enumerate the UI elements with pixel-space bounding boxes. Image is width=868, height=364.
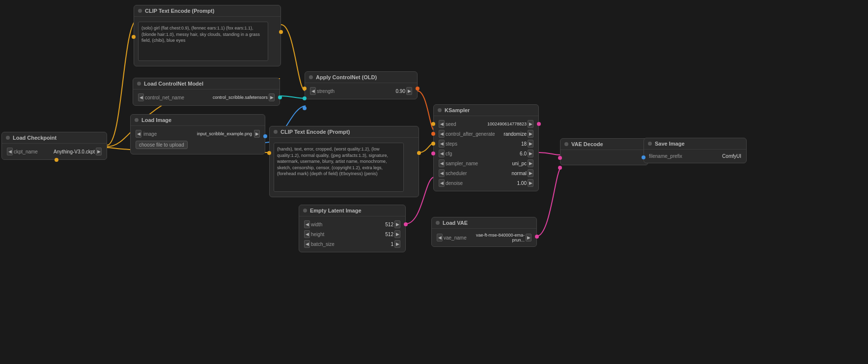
- load-checkpoint-header: Load Checkpoint: [2, 132, 107, 144]
- sampler-prev-btn[interactable]: ◀: [439, 159, 445, 167]
- cfg-row: ◀ cfg 6.0 ▶: [436, 149, 536, 158]
- ksampler-header: KSampler: [434, 105, 538, 116]
- controlnet-next-btn[interactable]: ▶: [269, 93, 275, 101]
- width-prev-btn[interactable]: ◀: [304, 220, 310, 228]
- height-prev-btn[interactable]: ◀: [304, 230, 310, 238]
- strength-label: strength: [317, 89, 390, 94]
- scheduler-prev-btn[interactable]: ◀: [439, 169, 445, 177]
- node-status-dot: [303, 209, 307, 212]
- node-status-dot: [564, 142, 568, 146]
- vaedec-vae-input: [558, 166, 562, 170]
- ckpt-prev-btn[interactable]: ◀: [7, 148, 13, 155]
- cfg-next-btn[interactable]: ▶: [528, 150, 533, 157]
- scheduler-label: scheduler: [446, 171, 510, 176]
- clip1-output-port: [279, 30, 283, 34]
- cfg-prev-btn[interactable]: ◀: [439, 150, 445, 157]
- clip2-output-port: [417, 151, 421, 155]
- vae-name-row: ◀ vae_name vae-ft-mse-840000-ema-prun...…: [434, 232, 534, 243]
- clip-text-1-textarea[interactable]: (solo) girl (flat chest:0.9), (fennec ea…: [138, 22, 268, 61]
- controlnet-value: control_scribble.safetensors: [213, 95, 268, 100]
- load-image-header: Load Image: [131, 115, 265, 126]
- load-checkpoint-node: Load Checkpoint ◀ ckpt_name Anything-V3.…: [1, 132, 107, 160]
- apply-controlnet-title: Apply ControlNet (OLD): [316, 74, 377, 80]
- steps-next-btn[interactable]: ▶: [528, 140, 533, 148]
- apply-controlnet-body: ◀ strength 0.90 ▶: [305, 83, 417, 99]
- ckpt-row: ◀ ckpt_name Anything-V3.0.ckpt ▶: [4, 147, 105, 156]
- seed-value: 1002490614778823: [477, 121, 527, 126]
- controlnet-prev-btn[interactable]: ◀: [138, 93, 144, 101]
- clip-text-2-body: (hands), text, error, cropped, (worst qu…: [270, 138, 419, 197]
- control-value: randomize: [504, 131, 527, 137]
- node-status-dot: [6, 136, 10, 140]
- seed-next-btn[interactable]: ▶: [528, 120, 533, 128]
- vae-label: vae_name: [444, 235, 467, 241]
- apply-controlnet-node: Apply ControlNet (OLD) ◀ strength 0.90 ▶: [305, 71, 418, 99]
- scheduler-next-btn[interactable]: ▶: [528, 169, 533, 177]
- denoise-value: 1.00: [512, 181, 527, 186]
- node-canvas: Load Checkpoint ◀ ckpt_name Anything-V3.…: [0, 0, 868, 364]
- node-status-dot: [137, 82, 141, 86]
- vae-next-btn[interactable]: ▶: [526, 234, 532, 242]
- steps-prev-btn[interactable]: ◀: [439, 140, 445, 148]
- image-label: image: [143, 131, 195, 137]
- clip-text-encode-1-node: CLIP Text Encode (Prompt) (solo) girl (f…: [134, 5, 281, 66]
- checkpoint-model-port: [55, 158, 58, 162]
- control-row: ◀ control_after_generate randomize ▶: [436, 129, 536, 139]
- empty-latent-title: Empty Latent Image: [310, 208, 362, 213]
- ksampler-latent-input: [431, 152, 435, 155]
- vae-output-port: [535, 235, 539, 239]
- node-status-dot: [436, 221, 440, 225]
- steps-row: ◀ steps 18 ▶: [436, 139, 536, 149]
- save-image-node: Save Image filename_prefix ComfyUI: [644, 138, 747, 163]
- denoise-prev-btn[interactable]: ◀: [439, 179, 445, 187]
- save-image-title: Save Image: [655, 141, 685, 147]
- load-image-node: Load Image ◀ image input_scribble_exampl…: [130, 114, 265, 154]
- controlnet-cond-input: [303, 87, 307, 91]
- ksampler-output-port: [537, 122, 541, 126]
- image-prev-btn[interactable]: ◀: [136, 130, 141, 138]
- control-next-btn[interactable]: ▶: [528, 130, 533, 138]
- width-next-btn[interactable]: ▶: [394, 220, 400, 228]
- denoise-row: ◀ denoise 1.00 ▶: [436, 178, 536, 188]
- node-status-dot: [274, 130, 278, 134]
- load-vae-body: ◀ vae_name vae-ft-mse-840000-ema-prun...…: [432, 229, 536, 246]
- image-select-row: ◀ image input_scribble_example.png ▶: [133, 129, 263, 139]
- height-next-btn[interactable]: ▶: [394, 230, 400, 238]
- vae-prev-btn[interactable]: ◀: [437, 234, 443, 242]
- save-image-header: Save Image: [644, 138, 746, 150]
- steps-value: 18: [512, 141, 527, 147]
- upload-button[interactable]: choose file to upload: [136, 141, 188, 149]
- vaedec-latent-input: [558, 156, 562, 160]
- load-vae-node: Load VAE ◀ vae_name vae-ft-mse-840000-em…: [431, 217, 537, 247]
- apply-controlnet-header: Apply ControlNet (OLD): [305, 72, 417, 83]
- width-value: 512: [379, 222, 393, 227]
- clip-text-2-textarea[interactable]: (hands), text, error, cropped, (worst qu…: [274, 143, 404, 192]
- strength-next-btn[interactable]: ▶: [406, 87, 412, 95]
- controlnet-image-input: [303, 106, 307, 110]
- batch-prev-btn[interactable]: ◀: [304, 240, 310, 248]
- vae-decode-node: VAE Decode: [560, 138, 648, 165]
- image-next-btn[interactable]: ▶: [254, 130, 260, 138]
- height-label: height: [311, 232, 378, 237]
- control-prev-btn[interactable]: ◀: [439, 130, 445, 138]
- vae-decode-header: VAE Decode: [560, 139, 648, 150]
- filename-label: filename_prefix: [649, 153, 701, 159]
- sampler-row: ◀ sampler_name uni_pc ▶: [436, 158, 536, 168]
- batch-next-btn[interactable]: ▶: [394, 240, 400, 248]
- clip-text-encode-2-node: CLIP Text Encode (Prompt) (hands), text,…: [269, 126, 419, 197]
- batch-row: ◀ batch_size 1 ▶: [301, 239, 403, 249]
- node-status-dot: [135, 118, 139, 122]
- ckpt-value: Anything-V3.0.ckpt: [54, 149, 95, 154]
- controlnet-label: control_net_name: [145, 95, 212, 100]
- denoise-next-btn[interactable]: ▶: [528, 179, 533, 187]
- strength-prev-btn[interactable]: ◀: [310, 87, 316, 95]
- strength-value: 0.90: [391, 89, 405, 94]
- load-image-body: ◀ image input_scribble_example.png ▶ cho…: [131, 126, 265, 154]
- ckpt-next-btn[interactable]: ▶: [96, 148, 102, 155]
- vae-decode-title: VAE Decode: [571, 141, 603, 147]
- sampler-next-btn[interactable]: ▶: [528, 159, 533, 167]
- seed-prev-btn[interactable]: ◀: [439, 120, 445, 128]
- scheduler-row: ◀ scheduler normal ▶: [436, 168, 536, 178]
- save-image-body: filename_prefix ComfyUI: [644, 150, 746, 163]
- seed-row: ◀ seed 1002490614778823 ▶: [436, 119, 536, 129]
